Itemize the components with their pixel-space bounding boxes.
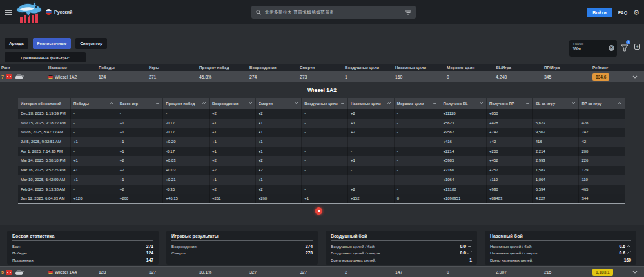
chart-icon[interactable] (479, 102, 483, 106)
tab-arcade[interactable]: Аркада (5, 38, 28, 49)
applied-filters-button[interactable]: Примененные фильтры: (5, 52, 86, 62)
trend-chart-icon[interactable] (467, 251, 472, 254)
vehicle-name-cell[interactable]: Wiesel 1A4 (47, 270, 97, 274)
history-cell: +1 (71, 156, 117, 166)
column-header[interactable]: Рейтинг (591, 65, 644, 70)
column-header[interactable]: Смерти (298, 65, 344, 70)
history-cell: - (71, 119, 117, 128)
stats-panels: Боевая статистикаБои:271Победы:124Пораже… (7, 231, 636, 265)
chart-icon[interactable] (433, 102, 437, 106)
history-cell: -0.17 (163, 119, 210, 128)
chart-icon[interactable] (202, 102, 206, 106)
history-column-header[interactable]: История обновлений (18, 98, 71, 109)
chart-icon[interactable] (340, 102, 345, 106)
history-column-header[interactable]: Возрождения (210, 98, 256, 109)
clear-search-icon[interactable]: ✕ (609, 45, 614, 51)
add-column-button[interactable]: + (634, 44, 640, 50)
filter-list-icon[interactable] (405, 10, 411, 15)
history-column-header[interactable]: Морские цели (395, 98, 441, 109)
rank-value: 7 (1, 75, 4, 79)
chart-icon[interactable] (525, 102, 530, 106)
history-column-header[interactable]: Получено SL (440, 98, 487, 109)
column-header[interactable]: Процент побед (198, 65, 248, 70)
column-header[interactable]: SL/Игра (494, 65, 543, 70)
history-column-header[interactable]: Смерти (256, 98, 302, 109)
tab-realistic[interactable]: Реалистичные (33, 38, 72, 49)
vehicle-row-wiesel-1a4[interactable]: 5Wiesel 1A412832739.1%327327214702,90721… (0, 266, 644, 277)
chart-icon[interactable] (618, 102, 622, 106)
tab-simulator[interactable]: Симулятор (75, 38, 107, 49)
detail-title: Wiesel 1A2 (0, 87, 644, 93)
history-cell: Jan 12, 2025, 6:04:03 AM (18, 194, 71, 203)
shark-logo[interactable] (14, 1, 43, 26)
column-header[interactable]: Название (47, 65, 97, 70)
chart-icon[interactable] (110, 102, 114, 106)
stat-value: 0.6 (620, 251, 631, 255)
history-cell: +3166 (440, 166, 487, 175)
history-column-header[interactable]: SL за игру (533, 98, 580, 109)
stat-value: 147 (146, 258, 153, 262)
history-cell: +1 (210, 147, 256, 157)
chart-icon[interactable] (387, 102, 391, 106)
column-header[interactable]: RP/Игра (543, 65, 591, 70)
faq-link[interactable]: FAQ (618, 10, 627, 15)
stat-value: 124 (146, 251, 153, 255)
history-cell: +2 (256, 109, 302, 119)
login-button[interactable]: Войти (587, 8, 612, 17)
history-column-header[interactable]: Всего игр (117, 98, 164, 109)
menu-icon[interactable] (5, 10, 12, 15)
history-column-header[interactable]: Наземные цели (348, 98, 395, 109)
trend-chart-icon[interactable] (467, 245, 472, 248)
history-cell: +0.20 (163, 137, 210, 147)
stats-panel: Боевая статистикаБои:271Победы:124Пораже… (7, 231, 159, 265)
history-column-header[interactable]: Воздушные цели (302, 98, 348, 109)
column-header[interactable]: Воздушные цели (344, 65, 394, 70)
expand-chevron-icon[interactable] (631, 271, 644, 274)
history-cell: - (302, 166, 348, 175)
trend-chart-icon[interactable] (627, 251, 631, 254)
history-cell: +1 (117, 147, 164, 157)
history-column-header[interactable]: Победы (71, 98, 117, 109)
chart-icon[interactable] (571, 102, 576, 106)
history-cell: +1 (348, 156, 395, 166)
stat-cell: 160 (394, 75, 445, 79)
column-header[interactable]: Наземные цели (394, 65, 445, 70)
column-header[interactable]: Ранг (0, 65, 47, 70)
gear-icon[interactable]: ⚙ (633, 9, 639, 16)
vehicle-name-cell[interactable]: Wiesel 1A2 (47, 75, 97, 79)
filter-funnel-button[interactable]: 1 (621, 43, 629, 52)
history-column-header[interactable]: Получено RP (487, 98, 533, 109)
history-column-header[interactable]: RP за игру (579, 98, 625, 109)
history-row: Mar 24, 2025, 5:30:10 PM+1+2+0.03+2+2-+1… (18, 156, 625, 166)
column-header[interactable]: Морские цели (445, 65, 494, 70)
stat-cell: 1 (344, 75, 394, 79)
chart-icon[interactable] (155, 102, 160, 106)
history-cell: - (163, 109, 210, 119)
column-header[interactable]: Игры (148, 65, 198, 70)
history-cell: +1 (117, 119, 164, 128)
history-cell: +110 (487, 175, 533, 185)
history-cell: 344 (579, 194, 625, 203)
history-cell: Mar 16, 2025, 3:52:25 PM (18, 166, 71, 175)
column-header[interactable]: Возрождения (248, 65, 298, 70)
history-cell: +2 (348, 128, 395, 137)
language-selector[interactable]: Русский (46, 9, 72, 15)
column-header[interactable]: Победы (97, 65, 148, 70)
search-input[interactable]: 北伊多斯拉夫 普雷戈姆鲍姆范遥奇 (251, 6, 416, 19)
vehicle-search-field[interactable]: Поиск War ✕ (569, 40, 617, 57)
history-cell: +2 (348, 109, 395, 119)
chart-icon[interactable] (248, 102, 253, 106)
trend-chart-icon[interactable] (627, 245, 631, 248)
panel-stat-row: Воздушных целей / смерть:0.0 (331, 250, 472, 257)
history-cell: +1 (71, 166, 117, 175)
history-header-row: История обновленийПобедыВсего игрПроцент… (18, 98, 625, 109)
close-detail-button[interactable] (315, 207, 322, 215)
expand-chevron-icon[interactable] (631, 75, 644, 79)
stat-cell: 327 (148, 270, 198, 274)
chart-icon[interactable] (294, 102, 298, 106)
mode-tabs: АркадаРеалистичныеСимулятор (5, 38, 107, 49)
history-cell: +1064 (440, 175, 487, 185)
tank-icon (14, 73, 24, 80)
history-column-header[interactable]: Процент побед (163, 98, 210, 109)
vehicle-row-wiesel-1a2[interactable]: 7Wiesel 1A212427145.8%274273116004,24834… (0, 71, 644, 82)
